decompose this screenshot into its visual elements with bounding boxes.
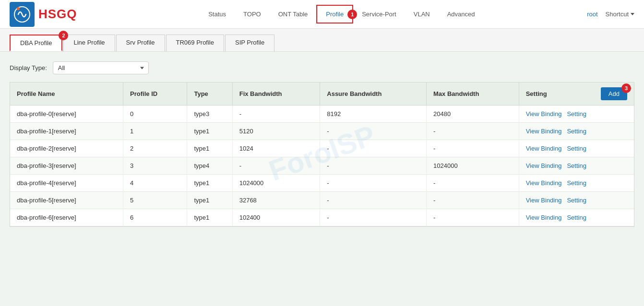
cell-profile-name: dba-profile-2[reserve] [10, 140, 123, 157]
cell-profile-name: dba-profile-0[reserve] [10, 106, 123, 123]
tab-sip-profile[interactable]: SIP Profile [225, 35, 274, 51]
cell-fix-bandwidth: - [232, 157, 320, 175]
dba-profile-table: Profile Name Profile ID Type Fix Bandwid… [10, 82, 634, 227]
setting-link[interactable]: Setting [567, 162, 586, 169]
cell-actions: View Binding Setting [519, 157, 634, 175]
col-fix-bandwidth: Fix Bandwidth [232, 82, 320, 106]
header: HSGQ Status TOPO ONT Table Profile 1 Ser… [0, 0, 644, 29]
col-profile-name: Profile Name [10, 82, 123, 106]
header-right: root Shortcut [587, 11, 634, 18]
profile-table: Profile Name Profile ID Type Fix Bandwid… [10, 82, 634, 226]
cell-assure-bandwidth: - [320, 175, 427, 192]
tab-dba-profile[interactable]: DBA Profile [10, 35, 62, 51]
setting-col-label: Setting [526, 90, 547, 97]
logo-text: HSGQ [38, 7, 77, 22]
sub-tabs: DBA Profile 2 Line Profile Srv Profile T… [0, 29, 644, 52]
cell-assure-bandwidth: 8192 [320, 106, 427, 123]
tab-srv-profile[interactable]: Srv Profile [116, 35, 165, 51]
user-label: root [587, 11, 597, 18]
dba-tab-wrapper: DBA Profile 2 [10, 35, 63, 51]
table-row: dba-profile-0[reserve] 0 type3 - 8192 20… [10, 106, 634, 123]
cell-assure-bandwidth: - [320, 209, 427, 226]
col-assure-bandwidth: Assure Bandwidth [320, 82, 427, 106]
setting-link[interactable]: Setting [567, 179, 586, 187]
shortcut-chevron-icon [631, 13, 634, 15]
col-setting: Setting Add 3 [519, 82, 634, 106]
cell-fix-bandwidth: 102400 [232, 209, 320, 226]
cell-profile-name: dba-profile-5[reserve] [10, 192, 123, 209]
cell-profile-id: 5 [123, 192, 187, 209]
nav-status[interactable]: Status [200, 2, 235, 26]
col-profile-id: Profile ID [123, 82, 187, 106]
cell-actions: View Binding Setting [519, 106, 634, 123]
cell-profile-id: 1 [123, 123, 187, 140]
cell-type: type3 [187, 106, 232, 123]
cell-fix-bandwidth: 5120 [232, 123, 320, 140]
view-binding-link[interactable]: View Binding [526, 110, 562, 118]
table-row: dba-profile-2[reserve] 2 type1 1024 - - … [10, 140, 634, 157]
logo-icon [10, 2, 35, 27]
view-binding-link[interactable]: View Binding [526, 214, 562, 221]
cell-assure-bandwidth: - [320, 140, 427, 157]
cell-fix-bandwidth: 32768 [232, 192, 320, 209]
cell-max-bandwidth: - [427, 192, 519, 209]
view-binding-link[interactable]: View Binding [526, 145, 562, 152]
view-binding-link[interactable]: View Binding [526, 197, 562, 204]
cell-type: type1 [187, 140, 232, 157]
cell-type: type4 [187, 157, 232, 175]
nav-ont-table[interactable]: ONT Table [270, 2, 317, 26]
cell-type: type1 [187, 175, 232, 192]
cell-fix-bandwidth: 1024000 [232, 175, 320, 192]
nav-advanced[interactable]: Advanced [439, 2, 484, 26]
cell-profile-id: 4 [123, 175, 187, 192]
shortcut-menu[interactable]: Shortcut [606, 11, 634, 18]
col-type: Type [187, 82, 232, 106]
view-binding-link[interactable]: View Binding [526, 179, 562, 187]
table-header-row: Profile Name Profile ID Type Fix Bandwid… [10, 82, 634, 106]
cell-max-bandwidth: - [427, 175, 519, 192]
cell-fix-bandwidth: - [232, 106, 320, 123]
cell-actions: View Binding Setting [519, 140, 634, 157]
setting-link[interactable]: Setting [567, 110, 586, 118]
filter-row: Display Type: All type1 type2 type3 type… [10, 61, 634, 74]
cell-actions: View Binding Setting [519, 192, 634, 209]
tab-line-profile[interactable]: Line Profile [63, 35, 115, 51]
cell-actions: View Binding Setting [519, 123, 634, 140]
nav-service-port[interactable]: Service-Port [353, 2, 405, 26]
nav-topo[interactable]: TOPO [235, 2, 270, 26]
view-binding-link[interactable]: View Binding [526, 128, 562, 135]
cell-actions: View Binding Setting [519, 209, 634, 226]
svg-point-1 [17, 7, 20, 10]
logo-area: HSGQ [10, 2, 77, 27]
table-row: dba-profile-3[reserve] 3 type4 - - 10240… [10, 157, 634, 175]
cell-type: type1 [187, 192, 232, 209]
cell-profile-name: dba-profile-3[reserve] [10, 157, 123, 175]
cell-max-bandwidth: - [427, 209, 519, 226]
filter-label: Display Type: [10, 64, 47, 71]
tab-tr069-profile[interactable]: TR069 Profile [166, 35, 224, 51]
cell-max-bandwidth: - [427, 140, 519, 157]
setting-link[interactable]: Setting [567, 214, 586, 221]
col-max-bandwidth: Max Bandwidth [427, 82, 519, 106]
setting-link[interactable]: Setting [567, 128, 586, 135]
cell-profile-id: 3 [123, 157, 187, 175]
content: Display Type: All type1 type2 type3 type… [0, 52, 644, 236]
display-type-select[interactable]: All type1 type2 type3 type4 [53, 61, 149, 74]
table-row: dba-profile-6[reserve] 6 type1 102400 - … [10, 209, 634, 226]
table-row: dba-profile-4[reserve] 4 type1 1024000 -… [10, 175, 634, 192]
nav-vlan[interactable]: VLAN [405, 2, 439, 26]
table-body: dba-profile-0[reserve] 0 type3 - 8192 20… [10, 106, 634, 226]
cell-profile-id: 0 [123, 106, 187, 123]
cell-profile-id: 6 [123, 209, 187, 226]
cell-profile-name: dba-profile-1[reserve] [10, 123, 123, 140]
add-button-wrapper: Add 3 [601, 87, 627, 100]
cell-type: type1 [187, 123, 232, 140]
setting-link[interactable]: Setting [567, 145, 586, 152]
cell-assure-bandwidth: - [320, 192, 427, 209]
setting-link[interactable]: Setting [567, 197, 586, 204]
view-binding-link[interactable]: View Binding [526, 162, 562, 169]
cell-fix-bandwidth: 1024 [232, 140, 320, 157]
cell-max-bandwidth: 20480 [427, 106, 519, 123]
table-row: dba-profile-5[reserve] 5 type1 32768 - -… [10, 192, 634, 209]
nav-profile-wrapper: Profile 1 [316, 11, 353, 18]
